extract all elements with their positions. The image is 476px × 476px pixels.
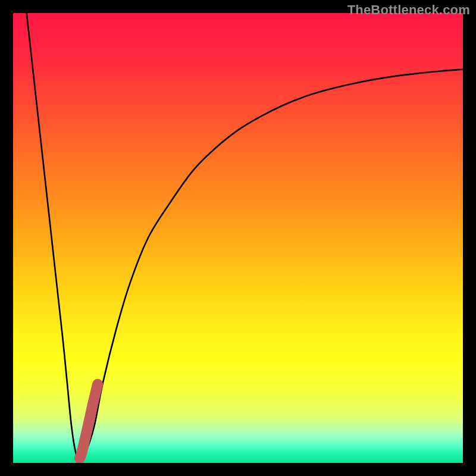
chart-stage: TheBottleneck.com <box>0 0 476 476</box>
gradient-bg <box>13 13 463 463</box>
plot-area <box>13 13 463 463</box>
chart-svg <box>13 13 463 463</box>
